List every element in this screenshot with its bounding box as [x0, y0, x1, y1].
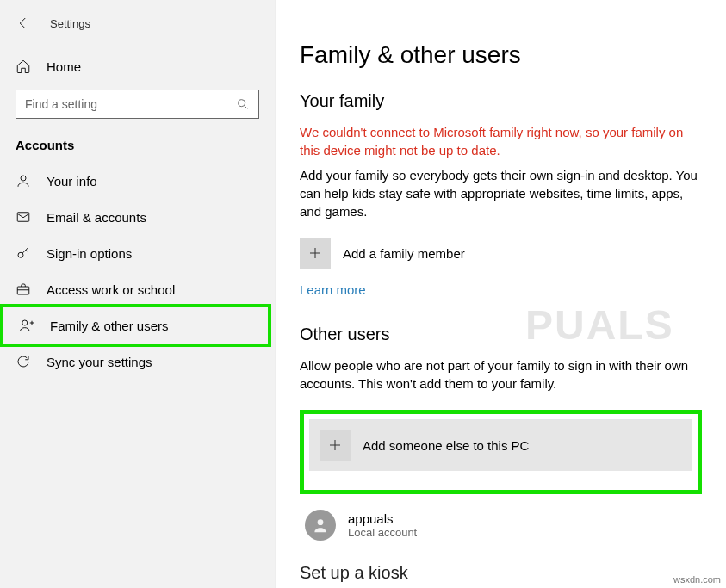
nav-email-accounts[interactable]: Email & accounts	[0, 199, 275, 235]
svg-point-1	[21, 176, 26, 181]
family-heading: Your family	[300, 91, 702, 111]
nav-sync-settings[interactable]: Sync your settings	[0, 344, 275, 380]
window-header: Settings	[0, 15, 275, 31]
avatar-icon	[305, 510, 336, 541]
sync-icon	[16, 354, 31, 369]
other-users-description: Allow people who are not part of your fa…	[300, 356, 702, 393]
family-icon	[19, 318, 34, 333]
svg-rect-2	[17, 213, 29, 222]
nav-signin-options[interactable]: Sign-in options	[0, 235, 275, 271]
add-family-member-button[interactable]: Add a family member	[300, 238, 702, 269]
local-user-row[interactable]: appuals Local account	[300, 503, 702, 541]
nav-label: Access work or school	[47, 282, 175, 297]
nav-your-info[interactable]: Your info	[0, 163, 275, 199]
add-family-label: Add a family member	[343, 246, 465, 261]
add-other-user-label: Add someone else to this PC	[363, 438, 529, 453]
nav-label: Family & other users	[50, 319, 169, 333]
user-name: appuals	[348, 511, 417, 526]
svg-point-6	[318, 519, 324, 525]
search-box[interactable]	[16, 90, 259, 119]
sidebar-section-header: Accounts	[0, 138, 275, 163]
nav-home[interactable]: Home	[0, 50, 275, 83]
nav-label: Sign-in options	[47, 246, 132, 261]
nav-label: Email & accounts	[47, 210, 146, 225]
plus-icon	[320, 430, 351, 461]
nav-access-work-school[interactable]: Access work or school	[0, 271, 275, 307]
learn-more-link[interactable]: Learn more	[300, 282, 366, 297]
credit-text: wsxdn.com	[673, 574, 721, 585]
add-other-user-highlight: Add someone else to this PC	[300, 410, 702, 494]
home-icon	[16, 59, 31, 74]
nav-home-label: Home	[47, 59, 81, 74]
svg-point-0	[239, 100, 245, 107]
kiosk-heading: Set up a kiosk	[300, 563, 702, 583]
briefcase-icon	[16, 282, 31, 297]
svg-point-5	[22, 320, 28, 325]
mail-icon	[16, 209, 31, 225]
svg-rect-4	[17, 287, 29, 294]
nav-family-other-users[interactable]: Family & other users	[0, 304, 271, 347]
family-error-message: We couldn't connect to Microsoft family …	[300, 123, 702, 159]
other-users-heading: Other users	[300, 325, 702, 344]
back-icon[interactable]	[16, 15, 31, 31]
page-title: Family & other users	[300, 41, 702, 69]
plus-icon	[300, 238, 331, 269]
user-account-type: Local account	[348, 526, 417, 539]
app-title: Settings	[50, 17, 90, 30]
nav-label: Sync your settings	[47, 355, 152, 369]
nav-label: Your info	[47, 174, 97, 189]
user-icon	[16, 173, 31, 189]
search-icon	[236, 97, 250, 111]
search-input[interactable]	[25, 90, 236, 118]
svg-point-3	[18, 252, 23, 257]
family-description: Add your family so everybody gets their …	[300, 166, 702, 220]
add-other-user-button[interactable]: Add someone else to this PC	[309, 419, 692, 471]
key-icon	[16, 245, 31, 261]
